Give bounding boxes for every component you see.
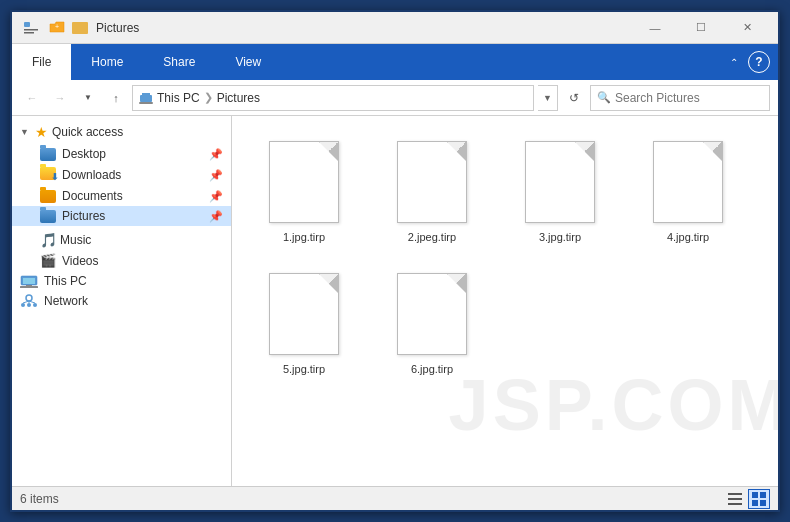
sidebar-network-label: Network [44,294,88,308]
file-area: JSP.COM 1.jpg.tirp 2.jpeg.tirp [232,116,778,486]
sidebar-pictures-label: Pictures [62,209,105,223]
videos-icon: 🎬 [40,253,56,268]
sidebar-item-pictures[interactable]: Pictures 📌 [12,206,231,226]
breadcrumb-thispc[interactable]: This PC [139,91,200,105]
file-page-2 [525,141,595,223]
svg-line-15 [23,301,29,303]
thispc-icon [20,274,38,288]
sidebar-item-music[interactable]: 🎵 Music [12,230,231,250]
title-bar-icon: + [20,18,88,38]
sidebar-thispc-label: This PC [44,274,87,288]
file-item-3[interactable]: 4.jpg.tirp [628,128,748,252]
sidebar-downloads-label: Downloads [62,168,121,182]
sidebar-quick-access-label: Quick access [52,125,123,139]
file-item-5[interactable]: 6.jpg.tirp [372,260,492,384]
file-name-0: 1.jpg.tirp [283,231,325,243]
downloads-arrow-icon: ⬇ [51,172,59,182]
nav-recent-btn[interactable]: ▼ [76,86,100,110]
sidebar-desktop-pin: 📌 [209,148,223,161]
svg-rect-20 [728,503,742,505]
view-details-btn[interactable] [724,489,746,509]
svg-rect-6 [139,102,153,104]
view-large-icons-btn[interactable] [748,489,770,509]
svg-rect-19 [728,498,742,500]
properties-btn[interactable] [20,18,42,38]
file-page-4 [269,273,339,355]
svg-rect-5 [142,93,150,95]
status-item-count: 6 items [20,492,59,506]
ribbon: File Home Share View ⌃ ? [12,44,778,80]
sidebar-star-icon: ★ [35,124,48,140]
file-item-4[interactable]: 5.jpg.tirp [244,260,364,384]
refresh-btn[interactable]: ↺ [562,86,586,110]
search-bar[interactable]: 🔍 [590,85,770,111]
ribbon-right: ⌃ ? [724,44,778,80]
title-folder-icon [72,22,88,34]
main-content: ▼ ★ Quick access Desktop 📌 ⬇ Download [12,116,778,486]
svg-rect-0 [24,22,30,27]
ribbon-collapse-btn[interactable]: ⌃ [724,52,744,72]
search-input[interactable] [615,91,765,105]
svg-point-11 [26,295,32,301]
sidebar-item-thispc[interactable]: This PC [12,271,231,291]
ribbon-tab-view[interactable]: View [215,44,281,80]
sidebar-item-network[interactable]: Network [12,291,231,311]
sidebar-quick-access-header[interactable]: ▼ ★ Quick access [12,120,231,144]
file-icon-3 [648,137,728,227]
nav-forward-btn[interactable]: → [48,86,72,110]
sidebar-documents-label: Documents [62,189,123,203]
sidebar-downloads-pin: 📌 [209,169,223,182]
file-grid: 1.jpg.tirp 2.jpeg.tirp 3.jpg.tirp [240,124,770,388]
ribbon-tab-share[interactable]: Share [143,44,215,80]
file-item-2[interactable]: 3.jpg.tirp [500,128,620,252]
title-bar: + Pictures — ☐ ✕ [12,12,778,44]
sidebar-item-desktop[interactable]: Desktop 📌 [12,144,231,164]
status-bar: 6 items [12,486,778,510]
file-item-1[interactable]: 2.jpeg.tirp [372,128,492,252]
status-bar-right [724,489,770,509]
nav-up-btn[interactable]: ↑ [104,86,128,110]
new-folder-btn[interactable]: + [46,18,68,38]
file-item-0[interactable]: 1.jpg.tirp [244,128,364,252]
nav-back-btn[interactable]: ← [20,86,44,110]
svg-rect-8 [23,278,35,284]
sidebar-videos-label: Videos [62,254,98,268]
ribbon-tab-home[interactable]: Home [71,44,143,80]
svg-rect-1 [24,29,38,31]
maximize-button[interactable]: ☐ [678,12,724,44]
sidebar-chevron-qa: ▼ [20,127,29,137]
file-name-4: 5.jpg.tirp [283,363,325,375]
file-name-2: 3.jpg.tirp [539,231,581,243]
pictures-folder-icon [40,210,56,223]
file-icon-1 [392,137,472,227]
breadcrumb-bar[interactable]: This PC ❯ Pictures [132,85,534,111]
window-title: Pictures [96,21,632,35]
svg-rect-22 [760,492,766,498]
address-dropdown-btn[interactable]: ▼ [538,85,558,111]
ribbon-tab-file[interactable]: File [12,44,71,80]
file-page-0 [269,141,339,223]
sidebar-item-documents[interactable]: Documents 📌 [12,186,231,206]
search-icon: 🔍 [597,91,611,104]
ribbon-help-btn[interactable]: ? [748,51,770,73]
svg-text:+: + [55,23,59,30]
file-icon-5 [392,269,472,359]
sidebar-desktop-label: Desktop [62,147,106,161]
close-button[interactable]: ✕ [724,12,770,44]
svg-rect-4 [140,95,152,102]
address-bar: ← → ▼ ↑ This PC ❯ Pictures ▼ ↺ 🔍 [12,80,778,116]
sidebar-pictures-pin: 📌 [209,210,223,223]
sidebar-music-label: Music [60,233,91,247]
file-page-1 [397,141,467,223]
minimize-button[interactable]: — [632,12,678,44]
svg-rect-23 [752,500,758,506]
sidebar: ▼ ★ Quick access Desktop 📌 ⬇ Download [12,116,232,486]
svg-rect-24 [760,500,766,506]
svg-point-12 [21,303,25,307]
breadcrumb-current: Pictures [217,91,260,105]
file-icon-0 [264,137,344,227]
sidebar-item-downloads[interactable]: ⬇ Downloads 📌 [12,164,231,186]
breadcrumb-sep-1: ❯ [204,91,213,104]
file-name-3: 4.jpg.tirp [667,231,709,243]
sidebar-item-videos[interactable]: 🎬 Videos [12,250,231,271]
